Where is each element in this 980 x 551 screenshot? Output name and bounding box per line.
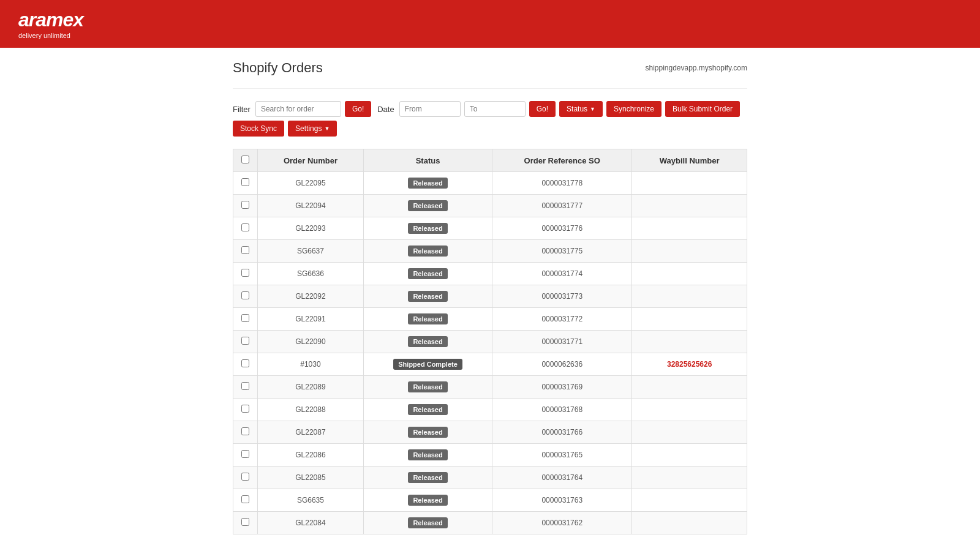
waybill-cell: 32825625626 [632, 353, 747, 376]
settings-button[interactable]: Settings ▼ [288, 121, 337, 137]
select-all-header [233, 149, 258, 172]
row-checkbox[interactable] [241, 178, 249, 186]
order-number-cell: GL22090 [258, 331, 364, 353]
date-from-input[interactable] [399, 101, 461, 117]
reference-so-cell: 0000031769 [492, 376, 632, 399]
waybill-link[interactable]: 32825625626 [667, 360, 712, 369]
waybill-cell [632, 172, 747, 195]
status-cell: Released [363, 376, 492, 399]
main-content: Shopify Orders shippingdevapp.myshopify.… [214, 48, 766, 547]
status-badge: Released [408, 200, 447, 211]
synchronize-button[interactable]: Synchronize [606, 101, 662, 117]
date-to-input[interactable] [464, 101, 526, 117]
search-input[interactable] [255, 101, 341, 117]
order-number-cell: SG6637 [258, 240, 364, 263]
table-row: GL22091Released0000031772 [233, 308, 747, 331]
status-cell: Released [363, 399, 492, 421]
reference-so-cell: 0000031764 [492, 467, 632, 489]
logo-subtitle: delivery unlimited [18, 32, 83, 39]
row-checkbox[interactable] [241, 291, 249, 299]
row-checkbox[interactable] [241, 201, 249, 209]
status-badge: Released [408, 268, 447, 279]
row-checkbox[interactable] [241, 473, 249, 481]
status-badge: Released [408, 517, 447, 528]
row-checkbox[interactable] [241, 314, 249, 322]
row-checkbox[interactable] [241, 359, 249, 367]
status-badge: Released [408, 178, 447, 189]
reference-so-cell: 0000031775 [492, 240, 632, 263]
table-row: GL22095Released0000031778 [233, 172, 747, 195]
bulk-submit-button[interactable]: Bulk Submit Order [665, 101, 740, 117]
search-go-button[interactable]: Go! [345, 101, 371, 117]
status-badge: Released [408, 336, 447, 347]
status-cell: Released [363, 285, 492, 308]
table-row: GL22088Released0000031768 [233, 399, 747, 421]
row-checkbox[interactable] [241, 382, 249, 390]
status-badge: Released [408, 381, 447, 392]
logo: aramex delivery unlimited [18, 9, 83, 39]
status-badge: Released [408, 246, 447, 257]
order-number-cell: GL22085 [258, 467, 364, 489]
waybill-cell [632, 217, 747, 240]
row-checkbox[interactable] [241, 246, 249, 254]
row-checkbox[interactable] [241, 269, 249, 277]
select-all-checkbox[interactable] [241, 156, 249, 163]
reference-so-cell: 0000031774 [492, 263, 632, 285]
status-badge: Shipped Complete [393, 359, 462, 370]
status-badge: Released [408, 472, 447, 483]
order-number-cell: GL22084 [258, 512, 364, 534]
row-checkbox[interactable] [241, 518, 249, 526]
row-checkbox[interactable] [241, 223, 249, 231]
reference-so-cell: 0000031773 [492, 285, 632, 308]
status-cell: Released [363, 467, 492, 489]
order-number-cell: SG6635 [258, 489, 364, 512]
reference-so-cell: 0000031776 [492, 217, 632, 240]
waybill-cell [632, 444, 747, 467]
table-row: GL22089Released0000031769 [233, 376, 747, 399]
header: aramex delivery unlimited [0, 0, 980, 48]
order-number-cell: GL22088 [258, 399, 364, 421]
row-checkbox[interactable] [241, 427, 249, 435]
waybill-cell [632, 421, 747, 444]
order-number-cell: GL22095 [258, 172, 364, 195]
date-label: Date [377, 105, 394, 114]
reference-so-cell: 0000062636 [492, 353, 632, 376]
status-badge: Released [408, 291, 447, 302]
waybill-cell [632, 376, 747, 399]
row-checkbox[interactable] [241, 450, 249, 458]
table-row: GL22090Released0000031771 [233, 331, 747, 353]
stock-sync-button[interactable]: Stock Sync [233, 121, 284, 137]
order-number-cell: SG6636 [258, 263, 364, 285]
reference-so-cell: 0000031768 [492, 399, 632, 421]
table-row: #1030Shipped Complete0000062636328256256… [233, 353, 747, 376]
row-checkbox[interactable] [241, 405, 249, 413]
status-cell: Released [363, 308, 492, 331]
table-row: GL22092Released0000031773 [233, 285, 747, 308]
divider [233, 88, 747, 89]
col-status: Status [363, 149, 492, 172]
status-button[interactable]: Status ▼ [559, 101, 603, 117]
orders-table: Order Number Status Order Reference SO W… [233, 149, 747, 534]
logo-name: aramex [18, 9, 83, 31]
row-checkbox[interactable] [241, 495, 249, 503]
reference-so-cell: 0000031762 [492, 512, 632, 534]
status-badge: Released [408, 427, 447, 438]
reference-so-cell: 0000031765 [492, 444, 632, 467]
order-number-cell: GL22092 [258, 285, 364, 308]
waybill-cell [632, 512, 747, 534]
table-row: GL22085Released0000031764 [233, 467, 747, 489]
col-reference-so: Order Reference SO [492, 149, 632, 172]
status-badge: Released [408, 495, 447, 506]
order-number-cell: GL22089 [258, 376, 364, 399]
table-row: GL22084Released0000031762 [233, 512, 747, 534]
table-row: GL22086Released0000031765 [233, 444, 747, 467]
waybill-cell [632, 467, 747, 489]
row-checkbox[interactable] [241, 337, 249, 345]
waybill-cell [632, 489, 747, 512]
page-title-row: Shopify Orders shippingdevapp.myshopify.… [233, 60, 747, 76]
waybill-cell [632, 195, 747, 217]
status-cell: Released [363, 217, 492, 240]
date-go-button[interactable]: Go! [529, 101, 556, 117]
waybill-cell [632, 263, 747, 285]
status-badge: Released [408, 404, 447, 415]
